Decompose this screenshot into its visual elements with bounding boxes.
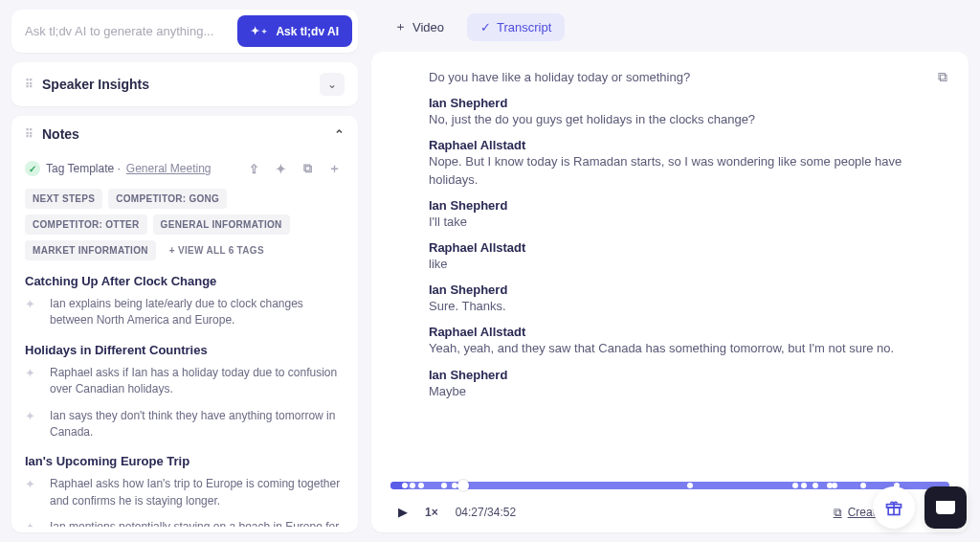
note-item-text: Ian mentions potentially staying on a be… <box>50 519 341 527</box>
copy-icon[interactable]: ⧉ <box>297 161 318 176</box>
transcript-line[interactable]: Ian ShepherdSure. Thanks. <box>429 282 921 315</box>
view-all-tags[interactable]: + VIEW ALL 6 TAGS <box>162 240 272 260</box>
sparkle-icon: ✦ <box>25 477 40 491</box>
transcript-text: like <box>429 257 448 271</box>
timeline-marker[interactable] <box>418 483 424 488</box>
tag-chip[interactable]: MARKET INFORMATION <box>25 240 156 260</box>
transcript-text: Yeah, yeah, and they saw that Canada has… <box>429 341 894 355</box>
transcript-line[interactable]: Ian ShepherdI'll take <box>429 198 921 231</box>
note-item[interactable]: ✦Raphael asks if Ian has a holiday today… <box>25 365 341 398</box>
notes-header[interactable]: ⠿ Notes ⌃ <box>11 116 358 152</box>
transcript-line[interactable]: Raphael AllstadtNope. But I know today i… <box>429 138 921 188</box>
collapse-notes-icon[interactable]: ⌃ <box>334 127 345 142</box>
notes-title: Notes <box>42 126 324 142</box>
tag-chip[interactable]: COMPETITOR: OTTER <box>25 215 147 235</box>
transcript-line[interactable]: Do you have like a holiday today or some… <box>429 69 921 86</box>
timeline-track[interactable] <box>390 482 949 489</box>
timeline-marker[interactable] <box>792 483 798 488</box>
transcript-text: No, just the do you guys get holidays in… <box>429 112 755 126</box>
transcript-speaker: Ian Shepherd <box>429 282 921 297</box>
note-section: Catching Up After Clock Change✦Ian expla… <box>25 274 341 329</box>
player-controls: ▶ 1× 04:27/34:52 ⧉ Create a clip ⛶ <box>390 503 949 521</box>
timeline-marker[interactable] <box>801 483 807 488</box>
tag-template-link[interactable]: General Meeting <box>126 162 212 175</box>
tag-chip[interactable]: COMPETITOR: GONG <box>108 189 227 209</box>
playback-speed[interactable]: 1× <box>425 506 438 519</box>
sparkle-icon: ✦ <box>25 297 40 311</box>
sparkle-icon: ✦ <box>25 409 40 423</box>
timeline-marker[interactable] <box>832 483 837 488</box>
floating-actions <box>873 486 967 529</box>
tag-template-row: ✓ Tag Template · General Meeting ⇪ ✦ ⧉ ＋ <box>25 152 345 189</box>
note-item-text: Ian says they don't think they have anyt… <box>50 408 341 441</box>
note-section: Holidays in Different Countries✦Raphael … <box>25 343 341 441</box>
expand-speaker-insights[interactable]: ⌄ <box>320 73 345 96</box>
transcript-speaker: Ian Shepherd <box>429 368 921 382</box>
check-icon: ✓ <box>25 161 40 176</box>
transcript-text: I'll take <box>429 215 467 229</box>
tab-transcript[interactable]: ✓ Transcript <box>467 13 565 41</box>
transcript-speaker: Ian Shepherd <box>429 198 921 213</box>
timeline-marker[interactable] <box>813 483 818 488</box>
transcript-text: Do you have like a holiday today or some… <box>429 70 690 84</box>
tab-video-label: Video <box>412 20 444 34</box>
note-section-heading: Holidays in Different Countries <box>25 343 341 357</box>
add-icon[interactable]: ＋ <box>323 160 345 177</box>
note-item-text: Raphael asks if Ian has a holiday today … <box>50 365 341 398</box>
note-item[interactable]: ✦Raphael asks how Ian's trip to Europe i… <box>25 476 341 509</box>
tag-chip[interactable]: GENERAL INFORMATION <box>153 215 290 235</box>
tag-chip[interactable]: NEXT STEPS <box>25 189 102 209</box>
time-display: 04:27/34:52 <box>456 506 516 519</box>
transcript-speaker: Ian Shepherd <box>429 96 921 110</box>
copy-transcript-icon[interactable]: ⧉ <box>938 69 947 85</box>
intercom-chat-button[interactable] <box>924 486 967 529</box>
magic-wand-icon[interactable]: ✦ <box>270 162 291 176</box>
note-section-heading: Ian's Upcoming Europe Trip <box>25 454 341 468</box>
timeline-playhead[interactable] <box>457 480 469 491</box>
speaker-insights-header[interactable]: ⠿ Speaker Insights ⌄ <box>11 62 358 106</box>
ai-search-input[interactable] <box>25 24 228 38</box>
transcript-speaker: Raphael Allstadt <box>429 240 921 255</box>
check-icon: ✓ <box>480 20 491 34</box>
sparkle-icon: ✦﹢ <box>251 24 270 38</box>
transcript-speaker: Raphael Allstadt <box>429 138 921 152</box>
transcript-line[interactable]: Raphael Allstadtlike <box>429 240 921 273</box>
transcript-panel: ⧉ Do you have like a holiday today or so… <box>371 52 969 532</box>
transcript-line[interactable]: Raphael AllstadtYeah, yeah, and they saw… <box>429 325 921 357</box>
timeline-marker[interactable] <box>687 483 693 488</box>
timeline-marker[interactable] <box>452 483 457 488</box>
ask-ai-button[interactable]: ✦﹢ Ask tl;dv AI <box>237 15 352 47</box>
note-item-text: Raphael asks how Ian's trip to Europe is… <box>50 476 341 509</box>
ai-search-bar: ✦﹢ Ask tl;dv AI <box>11 10 358 53</box>
timeline-marker[interactable] <box>410 483 415 488</box>
tab-video[interactable]: ＋ Video <box>381 11 457 42</box>
note-item-text: Ian explains being late/early due to clo… <box>50 296 341 329</box>
timeline-marker[interactable] <box>402 483 408 488</box>
timeline-area: ▶ 1× 04:27/34:52 ⧉ Create a clip ⛶ <box>390 482 949 521</box>
notes-list[interactable]: Catching Up After Clock Change✦Ian expla… <box>25 274 345 527</box>
gift-button[interactable] <box>873 486 915 529</box>
drag-handle-icon: ⠿ <box>25 127 33 141</box>
notes-card: ⠿ Notes ⌃ ✓ Tag Template · General Meeti… <box>11 116 358 532</box>
play-button[interactable]: ▶ <box>398 505 408 519</box>
transcript-line[interactable]: Ian ShepherdMaybe <box>429 368 921 400</box>
timeline-marker[interactable] <box>860 483 866 488</box>
note-item[interactable]: ✦Ian explains being late/early due to cl… <box>25 296 341 329</box>
tag-template-label: Tag Template · <box>46 162 121 175</box>
timeline-marker[interactable] <box>441 483 447 488</box>
note-section: Ian's Upcoming Europe Trip✦Raphael asks … <box>25 454 341 527</box>
tab-transcript-label: Transcript <box>497 20 551 34</box>
transcript-text: Sure. Thanks. <box>429 299 506 313</box>
drag-handle-icon: ⠿ <box>25 78 33 91</box>
speaker-insights-title: Speaker Insights <box>42 77 310 92</box>
note-item[interactable]: ✦Ian mentions potentially staying on a b… <box>25 519 341 527</box>
notes-body: ✓ Tag Template · General Meeting ⇪ ✦ ⧉ ＋… <box>11 152 358 532</box>
ask-ai-label: Ask tl;dv AI <box>276 25 339 38</box>
note-item[interactable]: ✦Ian says they don't think they have any… <box>25 408 341 441</box>
transcript-speaker: Raphael Allstadt <box>429 325 921 339</box>
transcript-list[interactable]: Do you have like a holiday today or some… <box>390 69 949 476</box>
tag-chip-row: NEXT STEPSCOMPETITOR: GONGCOMPETITOR: OT… <box>25 189 345 274</box>
transcript-text: Maybe <box>429 384 466 398</box>
transcript-line[interactable]: Ian ShepherdNo, just the do you guys get… <box>429 96 921 128</box>
share-icon[interactable]: ⇪ <box>243 162 264 176</box>
